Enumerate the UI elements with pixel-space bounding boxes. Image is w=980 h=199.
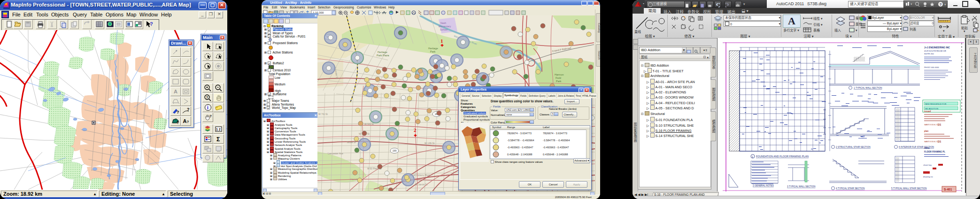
svg-text:?: ? [177,110,179,115]
svg-text:2 GENERAL NOTES: 2 GENERAL NOTES [753,184,774,187]
svg-text:W Vickory Blvd: W Vickory Blvd [413,174,430,176]
svg-text:plan: plan [924,130,929,132]
svg-text:FLOOR FRAMING PL: FLOOR FRAMING PL [924,151,945,153]
svg-text:Σ: Σ [216,136,220,143]
svg-text:Nash: Nash [440,22,446,24]
svg-text:-0.493963 - 0.435647: -0.493963 - 0.435647 [543,146,569,149]
svg-text:sheet key: sheet key [923,164,932,166]
svg-text:7826674 - 3.634773: 7826674 - 3.634773 [507,132,532,135]
svg-text:SUITE 200: SUITE 200 [924,53,934,55]
svg-text:0.435648 - 2.043088: 0.435648 - 2.043088 [507,153,532,156]
svg-text:7826674 - 3.634773: 7826674 - 3.634773 [543,132,567,135]
svg-text:Harmon: Harmon [555,73,564,76]
svg-text:Field: Field [556,77,561,79]
svg-text:▾: ▾ [911,2,912,6]
svg-text:?: ? [187,107,190,112]
svg-text:-3.584778 - -0.493964: -3.584778 - -0.493964 [543,139,570,142]
svg-text:▾: ▾ [944,3,946,6]
svg-text:NEW RESIDENCE FOR: NEW RESIDENCE FOR [925,103,946,105]
svg-text:Heritage: Heritage [428,47,438,50]
svg-text:▾: ▾ [964,30,965,32]
svg-text:SANTOODS 2 楼板: SANTOODS 2 楼板 [924,123,941,126]
svg-text:FOUNDATION AND FLOOR FRAMING P: FOUNDATION AND FLOOR FRAMING PLAN [756,155,809,158]
svg-text:0.435648 - 2.043088: 0.435648 - 2.043088 [543,153,568,156]
svg-text:▾: ▾ [943,29,945,32]
svg-text:1 2: 1 2 [216,128,221,131]
svg-text:Park Plaza: Park Plaza [377,54,390,57]
svg-text:Park: Park [430,50,436,53]
svg-text:name: name [924,147,930,149]
svg-text:1: 1 [752,155,753,158]
svg-text:线性 ▾: 线性 ▾ [813,16,823,21]
svg-text:i: i [207,105,208,110]
svg-text:W 6th St: W 6th St [364,122,374,125]
svg-text:1: 1 [440,38,443,44]
svg-text:4 TYPICAL STAIR SECTION: 4 TYPICAL STAIR SECTION [836,187,865,190]
svg-text:4129 SOUTH RIDGE DR: 4129 SOUTH RIDGE DR [924,50,946,52]
svg-text:Texas St: Texas St [347,141,356,144]
svg-text:Park: Park [556,80,562,83]
svg-text:issued: issued [924,110,931,113]
svg-text:Lancaster Ave: Lancaster Ave [328,152,343,155]
svg-text:J+1 ENGINEERING INC: J+1 ENGINEERING INC [924,46,950,49]
svg-text:PH 817-000-0000: PH 817-000-0000 [924,66,939,69]
svg-text:IBD ADDITION: IBD ADDITION [925,107,938,110]
svg-text:199: 199 [393,149,397,152]
svg-text:?: ? [940,2,942,7]
svg-text:2: 2 [414,127,417,133]
svg-text:SANTOODS 2 楼板: SANTOODS 2 楼板 [924,140,941,143]
svg-text:?: ? [150,21,153,27]
svg-text:引线 ▾: 引线 ▾ [813,23,823,27]
svg-text:▾: ▾ [856,29,857,32]
svg-text:Elementary: Elementary [439,25,451,28]
svg-text:3 TYPICAL WALL SECTION: 3 TYPICAL WALL SECTION [787,185,816,188]
svg-text:S-401: S-401 [944,188,952,191]
svg-text:2 STRUCTURAL STAIR SECTION: 2 STRUCTURAL STAIR SECTION [836,146,871,148]
svg-text:W 139 St: W 139 St [424,142,435,145]
svg-text:1 TYPICAL WALL SECTION: 1 TYPICAL WALL SECTION [854,87,882,89]
svg-text:School: School [440,28,448,31]
svg-text:直线: 直线 [634,30,641,33]
svg-text:?: ? [209,114,212,118]
svg-text:?: ? [206,95,208,100]
svg-text:-3.584778 - -0.493964: -3.584778 - -0.493964 [507,139,534,142]
svg-text:drawing no: drawing no [923,176,933,178]
svg-text:Heritage: Heritage [378,51,387,54]
svg-text:?: ? [177,120,179,125]
svg-text:W 7th St: W 7th St [318,113,328,115]
svg-text:表格: 表格 [813,28,820,32]
svg-text:-0.493963 - 0.435647: -0.493963 - 0.435647 [507,146,533,149]
svg-text:5 TYPICAL WALL STAIR SECTION: 5 TYPICAL WALL STAIR SECTION [891,187,927,190]
